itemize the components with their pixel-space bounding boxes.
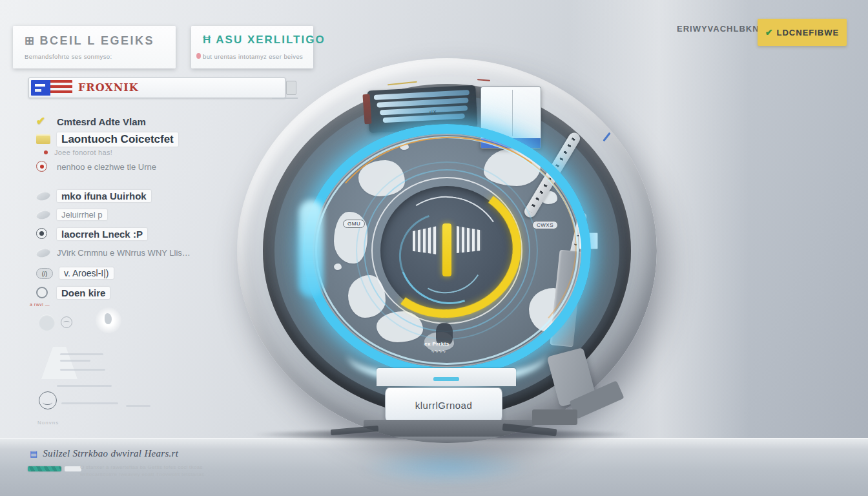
oval-icon xyxy=(36,208,50,221)
top-right-label: ERIWYVACHLBKNC xyxy=(677,24,766,34)
faint-caption: Nonvns xyxy=(37,420,59,426)
ring-device: ı|X GMU CWXS ex Prrkts ∿∿∿∿ klurrlGrnoad xyxy=(237,58,657,443)
confirm-button[interactable]: ✔ LDCNEFIBWE xyxy=(758,19,847,46)
support-bracket-foot xyxy=(532,409,577,425)
progress-bar-secondary xyxy=(65,466,81,471)
faint-line xyxy=(57,385,112,387)
footer-note-line1: O stanxer a rawerteflaa ba Gettis tofes … xyxy=(80,464,232,471)
flag-stripes xyxy=(50,80,72,96)
confirm-button-label: LDCNEFIBWE xyxy=(777,28,840,37)
faint-line xyxy=(61,402,118,404)
flag-logo-icon xyxy=(31,80,72,96)
sidebar-item-8[interactable]: (/) v. Aroesl-I|) xyxy=(36,265,114,281)
search-underline xyxy=(272,98,298,99)
sidebar-item-label: Cmtesrd Adte Vlam xyxy=(57,116,146,127)
card2-title-text: ASU XERLILTIGO xyxy=(216,34,325,46)
header-card-group: ⊞BCEIL L EGEIKS Bemandsfohrte ses sonmys… xyxy=(13,26,313,68)
search-bar[interactable]: FROXNIK xyxy=(28,78,285,98)
slash-badge-icon: (/) xyxy=(36,268,53,279)
sidebar-item-1[interactable]: ✔ Cmtesrd Adte Vlam xyxy=(36,114,146,129)
bottom-tiny-label: ex Prrkts xyxy=(424,341,450,347)
faint-line xyxy=(60,353,103,355)
search-handle[interactable] xyxy=(286,81,296,95)
header-card-utilities[interactable]: ĦASU XERLILTIGO but urentas intotamyz es… xyxy=(191,26,313,68)
core-power-bar xyxy=(442,223,451,276)
check-icon: ✔ xyxy=(36,115,50,128)
sidebar-item-9[interactable]: Doen kire xyxy=(36,285,110,300)
sidebar-item-label: Jeluirrhel p xyxy=(57,209,107,220)
sidebar-item-label: JVirk Crnmnu e WNrrus WNY Llis… xyxy=(57,248,191,258)
base-cap xyxy=(377,368,516,386)
card1-subtitle: Bemandsfohrte ses sonmyso: xyxy=(25,53,112,60)
sidebar-item-label: nenhoo e clezhwe tle Urne xyxy=(57,162,156,172)
radio-circle-icon xyxy=(36,286,50,299)
faded-scribble-icon xyxy=(61,316,72,328)
nameplate: klurrlGrnoad xyxy=(385,388,502,422)
oval-icon xyxy=(36,246,50,259)
progress-bar xyxy=(28,466,61,471)
tiny-red-note: a rwvi — xyxy=(30,302,50,307)
logo-wordmark: FROXNIK xyxy=(78,81,139,94)
footer-notes: O stanxer a rawerteflaa ba Gettis tofes … xyxy=(80,464,232,478)
document-icon: ▤ xyxy=(30,449,37,459)
sidebar-subtext: Joee fonorot has! xyxy=(54,149,112,156)
bottom-tiny-glyphs: ∿∿∿∿ xyxy=(431,349,446,354)
sidebar-item-label: Doen kire xyxy=(57,287,110,299)
target-icon xyxy=(36,227,50,240)
faded-circle-icon xyxy=(39,315,55,331)
card2-title: ĦASU XERLILTIGO xyxy=(203,34,326,46)
flag-blue-field xyxy=(31,80,50,96)
sidebar-subitem: Joee fonorot has! xyxy=(44,149,112,156)
header-card-settings[interactable]: ⊞BCEIL L EGEIKS Bemandsfohrte ses sonmys… xyxy=(13,26,176,68)
sidebar-item-7[interactable]: JVirk Crnmnu e WNrrus WNY Llis… xyxy=(36,245,191,260)
trapezoid-shape xyxy=(41,347,78,379)
card-divider-dot xyxy=(196,53,201,59)
folder-icon xyxy=(36,133,50,146)
sidebar-item-2[interactable]: Laontuoch Coicetcfet xyxy=(36,132,178,147)
sidebar-item-4[interactable]: mko ifuna Uuirhok xyxy=(36,188,151,203)
faint-line xyxy=(60,369,105,371)
screen-bar xyxy=(383,114,466,123)
sidebar-item-3[interactable]: nenhoo e clezhwe tle Urne xyxy=(36,159,156,174)
grid-icon: ⊞ xyxy=(25,34,36,48)
red-bullet-icon xyxy=(44,150,48,154)
sketch-face-icon xyxy=(39,391,57,409)
faint-line xyxy=(126,405,150,407)
sidebar-item-label: mko ifuna Uuirhok xyxy=(57,190,151,202)
sidebar-item-label: v. Aroesl-I|) xyxy=(59,267,114,279)
oval-icon xyxy=(36,189,50,202)
footer-title: Suilzel Strrkbao dwviral Hears.rt xyxy=(43,448,178,459)
panel-divider xyxy=(512,90,513,136)
card2-subtitle: but urentas intotamyz eser beives xyxy=(203,53,303,60)
sidebar-item-label: laocrreh Lneck :P xyxy=(57,228,147,240)
card1-title-text: BCEIL L EGEIKS xyxy=(40,34,154,47)
check-icon: ✔ xyxy=(765,27,773,37)
bezel-tiny-mark: ı|X xyxy=(429,110,437,114)
left-tag-pill: GMU xyxy=(343,220,365,228)
faint-line xyxy=(60,360,90,362)
device-glow-reflection xyxy=(333,443,559,491)
record-icon xyxy=(36,160,50,173)
core-glyph-right xyxy=(457,226,482,253)
sidebar-item-5[interactable]: Jeluirrhel p xyxy=(36,207,107,222)
faded-glow-icon xyxy=(96,307,121,333)
right-tag-pill: CWXS xyxy=(532,221,558,229)
building-icon: Ħ xyxy=(203,34,212,46)
sidebar-item-label: Laontuoch Coicetcfet xyxy=(57,132,178,147)
card1-title: ⊞BCEIL L EGEIKS xyxy=(25,34,154,48)
base-cap-slot xyxy=(433,377,459,381)
footer-title-row: ▤ Suilzel Strrkbao dwviral Hears.rt xyxy=(30,448,178,459)
sidebar-item-6[interactable]: laocrreh Lneck :P xyxy=(36,226,147,242)
footer-note-line2: writocaritdoirre rweavwy eoatt Tnovwoirt… xyxy=(80,471,232,478)
